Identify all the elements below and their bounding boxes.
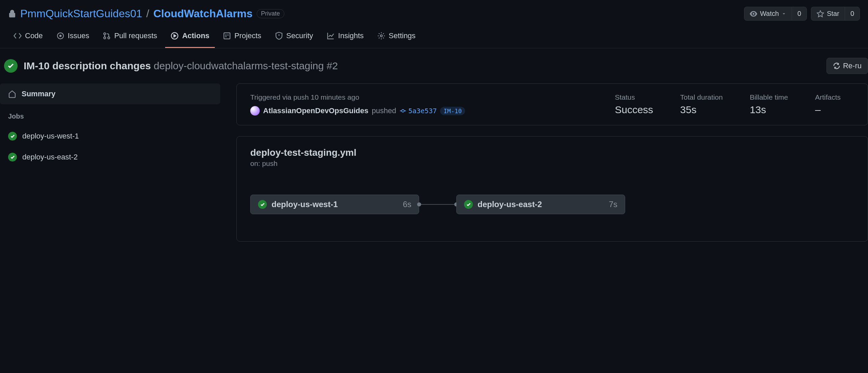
tab-code-label: Code: [25, 31, 43, 40]
svg-rect-6: [224, 33, 230, 39]
commit-icon: [400, 107, 406, 114]
star-label: Star: [827, 10, 839, 18]
breadcrumb-slash: /: [146, 7, 149, 20]
check-icon: [258, 200, 267, 209]
job-node-2-time: 7s: [609, 200, 617, 209]
job-node-2-name: deploy-us-east-2: [478, 200, 604, 209]
duration-value: 35s: [680, 104, 723, 116]
star-button[interactable]: Star: [811, 7, 845, 21]
tab-pulls[interactable]: Pull requests: [97, 26, 162, 48]
rerun-button[interactable]: Re-ru: [826, 58, 868, 74]
pushed-text: pushed: [372, 106, 396, 115]
tab-issues-label: Issues: [68, 31, 90, 40]
workflow-file: deploy-test-staging.yml: [250, 147, 854, 158]
tab-issues[interactable]: Issues: [51, 26, 95, 48]
svg-point-4: [108, 37, 110, 39]
breadcrumb-owner[interactable]: PmmQuickStartGuides01: [20, 7, 142, 20]
shield-icon: [275, 32, 283, 40]
summary-card: Triggered via push 10 minutes ago Atlass…: [236, 83, 868, 125]
tab-code[interactable]: Code: [8, 26, 48, 48]
gear-icon: [377, 32, 385, 40]
duration-label: Total duration: [680, 93, 723, 101]
sidebar-job-2-label: deploy-us-east-2: [22, 153, 78, 161]
check-icon: [464, 200, 473, 209]
issue-badge[interactable]: IM-10: [440, 107, 465, 115]
repo-nav: Code Issues Pull requests Actions Projec…: [0, 26, 868, 48]
sync-icon: [833, 62, 840, 70]
billable-value: 13s: [750, 104, 788, 116]
svg-point-2: [104, 33, 106, 35]
run-title-text: IM-10 description changes: [24, 60, 151, 71]
project-icon: [223, 32, 231, 40]
chevron-down-icon: [782, 11, 786, 16]
play-icon: [171, 32, 179, 40]
tab-actions[interactable]: Actions: [165, 26, 215, 48]
check-icon: [4, 59, 18, 73]
sidebar-job-1[interactable]: deploy-us-west-1: [0, 126, 220, 147]
run-title-bar: IM-10 description changes deploy-cloudwa…: [0, 48, 868, 83]
tab-projects-label: Projects: [234, 31, 261, 40]
svg-point-7: [380, 35, 382, 37]
job-node-1-time: 6s: [403, 200, 411, 209]
breadcrumb-repo[interactable]: CloudWatchAlarms: [153, 7, 253, 20]
sidebar-jobs-heading: Jobs: [0, 104, 223, 126]
svg-point-1: [59, 35, 61, 37]
trigger-text: Triggered via push 10 minutes ago: [250, 93, 588, 101]
repo-header: PmmQuickStartGuides01 / CloudWatchAlarms…: [0, 0, 868, 26]
tab-security[interactable]: Security: [270, 26, 318, 48]
lock-icon: [8, 10, 16, 18]
tab-settings-label: Settings: [389, 31, 416, 40]
watch-label: Watch: [760, 10, 779, 18]
workflow-on: on: push: [250, 159, 854, 168]
status-value: Success: [615, 104, 653, 116]
code-icon: [14, 32, 22, 40]
tab-security-label: Security: [286, 31, 313, 40]
header-actions: Watch 0 Star 0: [744, 7, 860, 21]
tab-pulls-label: Pull requests: [114, 31, 157, 40]
tab-insights-label: Insights: [338, 31, 364, 40]
run-workflow-text: deploy-cloudwatchalarms-test-staging #2: [154, 60, 338, 71]
watch-button[interactable]: Watch: [744, 7, 792, 21]
home-icon: [8, 90, 16, 98]
job-connector: [419, 204, 456, 205]
check-icon: [8, 153, 17, 161]
sidebar-job-1-label: deploy-us-west-1: [22, 132, 79, 141]
billable-label: Billable time: [750, 93, 788, 101]
commit-sha-link[interactable]: 5a3e537: [400, 107, 437, 115]
tab-actions-label: Actions: [182, 31, 209, 40]
visibility-badge: Private: [257, 9, 284, 18]
artifacts-label: Artifacts: [815, 93, 841, 101]
author-link[interactable]: AtlassianOpenDevOpsGuides: [263, 106, 368, 115]
content: Summary Jobs deploy-us-west-1 deploy-us-…: [0, 83, 868, 252]
main-content: Triggered via push 10 minutes ago Atlass…: [236, 83, 868, 252]
star-count[interactable]: 0: [845, 7, 860, 21]
run-title: IM-10 description changes deploy-cloudwa…: [24, 60, 338, 72]
svg-point-8: [402, 109, 404, 112]
workflow-graph-card: deploy-test-staging.yml on: push deploy-…: [236, 136, 868, 242]
job-node-1-name: deploy-us-west-1: [272, 200, 398, 209]
sidebar-job-2[interactable]: deploy-us-east-2: [0, 147, 220, 168]
pull-icon: [103, 32, 111, 40]
issue-icon: [56, 32, 65, 40]
star-icon: [817, 10, 824, 18]
watch-count[interactable]: 0: [792, 7, 807, 21]
eye-icon: [750, 10, 757, 18]
status-label: Status: [615, 93, 653, 101]
tab-settings[interactable]: Settings: [372, 26, 421, 48]
artifacts-value: –: [815, 104, 841, 116]
job-node-2[interactable]: deploy-us-east-2 7s: [456, 195, 625, 214]
svg-point-3: [104, 37, 106, 39]
rerun-label: Re-ru: [843, 61, 862, 70]
breadcrumb: PmmQuickStartGuides01 / CloudWatchAlarms…: [8, 7, 284, 20]
jobs-graph: deploy-us-west-1 6s deploy-us-east-2 7s: [250, 195, 854, 214]
tab-projects[interactable]: Projects: [218, 26, 266, 48]
job-node-1[interactable]: deploy-us-west-1 6s: [250, 195, 419, 214]
tab-insights[interactable]: Insights: [321, 26, 369, 48]
sidebar: Summary Jobs deploy-us-west-1 deploy-us-…: [0, 83, 223, 252]
sidebar-item-summary[interactable]: Summary: [0, 83, 220, 104]
graph-icon: [327, 32, 335, 40]
check-icon: [8, 132, 17, 141]
sidebar-summary-label: Summary: [22, 90, 55, 98]
avatar[interactable]: [250, 106, 260, 116]
